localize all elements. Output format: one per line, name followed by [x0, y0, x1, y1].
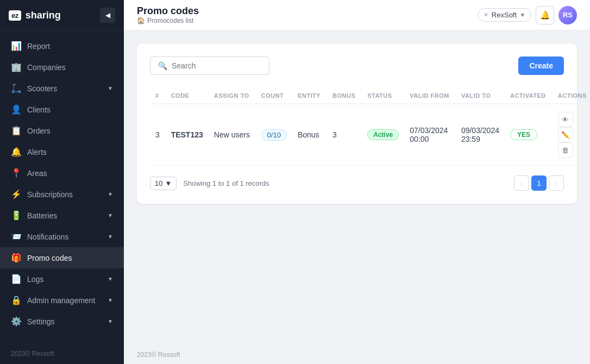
org-dropdown-icon: ▼: [520, 12, 525, 18]
cell-actions: 👁 ✏️ 🗑: [553, 104, 590, 166]
search-box[interactable]: 🔍: [150, 57, 269, 75]
footer: 2023© Rexsoft: [124, 346, 590, 364]
col-header-entity: ENTITY: [292, 88, 327, 104]
scooters-nav-icon: 🛴: [11, 83, 21, 93]
avatar[interactable]: RS: [558, 6, 577, 24]
col-header-num: #: [150, 88, 166, 104]
sidebar-item-admin-management[interactable]: 🔒 Admin management ▼: [0, 290, 124, 311]
cell-assign-to: New users: [209, 104, 256, 166]
sidebar-item-settings[interactable]: ⚙️ Settings ▼: [0, 311, 124, 332]
main-area: Promo codes 🏠 Promocodes list ✕ RexSoft …: [124, 0, 590, 364]
sidebar-item-notifications[interactable]: 📨 Notifications ▼: [0, 226, 124, 247]
cell-code: TEST123: [166, 104, 209, 166]
cell-bonus: 3: [327, 104, 362, 166]
notification-button[interactable]: 🔔: [536, 6, 554, 24]
sidebar-item-report[interactable]: 📊 Report: [0, 35, 124, 57]
cell-count: 0/10: [256, 104, 292, 166]
col-header-status: STATUS: [362, 88, 404, 104]
sidebar-item-scooters[interactable]: 🛴 Scooters ▼: [0, 78, 124, 99]
admin-management-nav-icon: 🔒: [11, 295, 21, 305]
areas-nav-icon: 📍: [11, 168, 21, 178]
logs-expand-icon: ▼: [108, 276, 113, 282]
cell-valid-to: 09/03/2024 23:59: [456, 104, 505, 166]
cell-valid-from: 07/03/2024 00:00: [404, 104, 456, 166]
breadcrumb-icon: 🏠: [137, 17, 145, 24]
admin-management-nav-label: Admin management: [27, 296, 95, 305]
per-page-arrow-icon: ▼: [165, 179, 172, 187]
notifications-nav-icon: 📨: [11, 231, 21, 242]
sidebar-item-alerts[interactable]: 🔔 Alerts: [0, 141, 124, 162]
logo-ez: ez: [9, 10, 21, 21]
page-1-button[interactable]: 1: [531, 175, 547, 191]
per-page-selector[interactable]: 10 ▼: [150, 177, 177, 190]
prev-page-button[interactable]: ‹: [514, 175, 529, 191]
search-input[interactable]: [172, 61, 261, 70]
showing-text: Showing 1 to 1 of 1 records: [183, 179, 507, 187]
scooters-expand-icon: ▼: [108, 85, 113, 91]
sidebar-item-subscriptions[interactable]: ⚡ Subscriptions ▼: [0, 184, 124, 205]
alerts-nav-icon: 🔔: [11, 147, 21, 157]
promo-codes-nav-label: Promo codes: [27, 254, 72, 262]
admin-management-expand-icon: ▼: [108, 297, 113, 303]
create-button[interactable]: Create: [518, 57, 564, 75]
col-header-code: CODE: [166, 88, 209, 104]
sidebar-item-logs[interactable]: 📄 Logs ▼: [0, 268, 124, 290]
scooters-nav-label: Scooters: [27, 84, 57, 93]
cell-activated: YES: [505, 104, 553, 166]
sidebar-item-batteries[interactable]: 🔋 Batteries ▼: [0, 205, 124, 226]
batteries-nav-icon: 🔋: [11, 210, 21, 221]
sidebar-logo: ez sharing ◀: [0, 0, 124, 31]
org-selector[interactable]: ✕ RexSoft ▼: [478, 8, 531, 22]
breadcrumb: 🏠 Promocodes list: [137, 17, 471, 24]
table-body: 3TEST123New users0/10Bonus3Active07/03/2…: [150, 104, 590, 166]
view-button[interactable]: 👁: [558, 112, 573, 127]
logo-sharing: sharing: [26, 10, 61, 21]
notifications-expand-icon: ▼: [108, 234, 113, 240]
search-icon: 🔍: [158, 61, 167, 70]
pagination-row: 10 ▼ Showing 1 to 1 of 1 records ‹ 1 ›: [150, 175, 564, 191]
delete-button[interactable]: 🗑: [558, 142, 573, 158]
sidebar-item-clients[interactable]: 👤 Clients: [0, 99, 124, 120]
promo-codes-card: 🔍 Create #CODEASSIGN TOCountENTITYBONUSS…: [137, 43, 577, 204]
logs-nav-icon: 📄: [11, 274, 21, 284]
org-close-icon[interactable]: ✕: [484, 11, 488, 18]
sidebar: ez sharing ◀ 📊 Report 🏢 Companies 🛴 Scoo…: [0, 0, 124, 364]
companies-nav-icon: 🏢: [11, 62, 21, 72]
subscriptions-nav-icon: ⚡: [11, 189, 21, 199]
settings-nav-label: Settings: [27, 317, 55, 326]
next-page-button[interactable]: ›: [549, 175, 564, 191]
topbar: Promo codes 🏠 Promocodes list ✕ RexSoft …: [124, 0, 590, 30]
alerts-nav-label: Alerts: [27, 148, 47, 156]
settings-nav-icon: ⚙️: [11, 316, 21, 327]
sidebar-item-companies[interactable]: 🏢 Companies: [0, 57, 124, 78]
footer-text: 2023© Rexsoft: [137, 351, 180, 359]
clients-nav-label: Clients: [27, 105, 51, 114]
cell-entity: Bonus: [292, 104, 327, 166]
logs-nav-label: Logs: [27, 275, 43, 284]
cell-num: 3: [150, 104, 166, 166]
toolbar: 🔍 Create: [150, 57, 564, 75]
notification-icon: 🔔: [540, 10, 550, 20]
col-header-valid_to: VALID TO: [456, 88, 505, 104]
col-header-actions: ACTIONS: [553, 88, 590, 104]
col-header-bonus: BONUS: [327, 88, 362, 104]
edit-button[interactable]: ✏️: [558, 127, 573, 142]
sidebar-footer: 2023© Rexsoft: [0, 343, 124, 364]
companies-nav-label: Companies: [27, 63, 66, 72]
table-header: #CODEASSIGN TOCountENTITYBONUSSTATUSVALI…: [150, 88, 590, 104]
sidebar-item-areas[interactable]: 📍 Areas: [0, 162, 124, 184]
sidebar-item-orders[interactable]: 📋 Orders: [0, 120, 124, 141]
page-title: Promo codes: [137, 5, 471, 17]
sidebar-collapse-button[interactable]: ◀: [100, 8, 115, 23]
batteries-nav-label: Batteries: [27, 211, 57, 220]
promo-codes-table: #CODEASSIGN TOCountENTITYBONUSSTATUSVALI…: [150, 88, 590, 166]
subscriptions-nav-label: Subscriptions: [27, 190, 73, 199]
report-nav-label: Report: [27, 42, 50, 51]
col-header-assign_to: ASSIGN TO: [209, 88, 256, 104]
per-page-value: 10: [155, 179, 162, 187]
breadcrumb-text: Promocodes list: [147, 17, 193, 24]
settings-expand-icon: ▼: [108, 318, 113, 324]
org-label: RexSoft: [492, 11, 517, 19]
notifications-nav-label: Notifications: [27, 233, 68, 241]
sidebar-item-promo-codes[interactable]: 🎁 Promo codes: [0, 247, 124, 268]
